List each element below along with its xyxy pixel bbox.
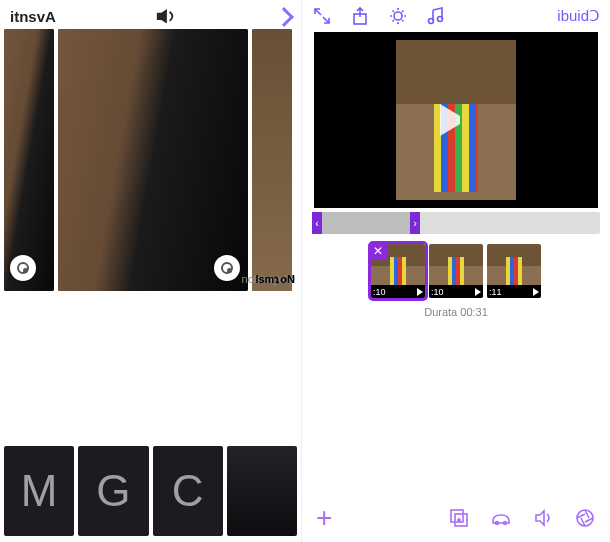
svg-point-1 xyxy=(394,12,402,20)
bottom-toolbar: + xyxy=(302,502,610,534)
right-panel: ibuidƆ ‹ › ✕ :10 :10 :11 Durata 00:31 + xyxy=(302,0,610,542)
duration-label: Durata 00:31 xyxy=(302,306,610,318)
remove-clip-icon[interactable]: ✕ xyxy=(371,244,387,260)
play-mini-icon xyxy=(417,288,423,296)
trim-range xyxy=(322,212,410,234)
clip-item[interactable]: ✕ :10 xyxy=(371,244,425,298)
gear-icon[interactable] xyxy=(388,6,408,26)
preview-prev[interactable] xyxy=(4,29,54,291)
filter-item[interactable]: G xyxy=(78,446,148,536)
bottom-icons xyxy=(448,507,596,529)
nav-back-label[interactable]: itnsvA xyxy=(10,8,56,25)
clip-item[interactable]: :11 xyxy=(487,244,541,298)
filter-strip: M G C xyxy=(0,446,301,536)
clip-time: :10 xyxy=(373,287,386,297)
play-mini-icon xyxy=(533,288,539,296)
clip-time: :10 xyxy=(431,287,444,297)
preview-current[interactable] xyxy=(58,29,248,291)
close-button[interactable]: ibuidƆ xyxy=(557,7,600,25)
filter-item[interactable]: M xyxy=(4,446,74,536)
aperture-icon[interactable] xyxy=(574,507,596,529)
add-button[interactable]: + xyxy=(316,502,332,534)
music-icon[interactable] xyxy=(426,6,446,26)
filter-item[interactable]: C xyxy=(153,446,223,536)
trim-bar[interactable]: ‹ › xyxy=(312,212,600,234)
car-icon[interactable] xyxy=(490,507,512,529)
left-top-bar: itnsvA xyxy=(0,0,301,29)
filter-item-normal[interactable] xyxy=(227,446,297,536)
clip-strip: ✕ :10 :10 :11 xyxy=(302,244,610,298)
fullscreen-icon[interactable] xyxy=(312,6,332,26)
video-preview[interactable] xyxy=(314,32,598,208)
preview-next[interactable] xyxy=(252,29,292,291)
audio-icon[interactable] xyxy=(532,507,554,529)
svg-point-3 xyxy=(438,17,443,22)
filter-label: lsmɿoN xyxy=(238,273,295,286)
forward-icon[interactable] xyxy=(274,7,294,27)
right-top-bar: ibuidƆ xyxy=(302,0,610,30)
video-preview-strip xyxy=(0,29,301,291)
speaker-icon[interactable] xyxy=(155,9,177,25)
play-mini-icon xyxy=(475,288,481,296)
clip-item[interactable]: :10 xyxy=(429,244,483,298)
svg-point-2 xyxy=(429,19,434,24)
left-panel: itnsvA M msrlgniD nobnɘɿslƆ lsmɿoN M G C xyxy=(0,0,302,542)
trim-handle-start[interactable]: ‹ xyxy=(312,212,322,234)
trim-handle-end[interactable]: › xyxy=(410,212,420,234)
svg-point-8 xyxy=(577,510,593,526)
toolbar-icons xyxy=(312,6,446,26)
duplicate-icon[interactable] xyxy=(448,507,470,529)
clip-time: :11 xyxy=(489,287,502,297)
play-icon[interactable] xyxy=(440,104,472,136)
share-icon[interactable] xyxy=(350,6,370,26)
